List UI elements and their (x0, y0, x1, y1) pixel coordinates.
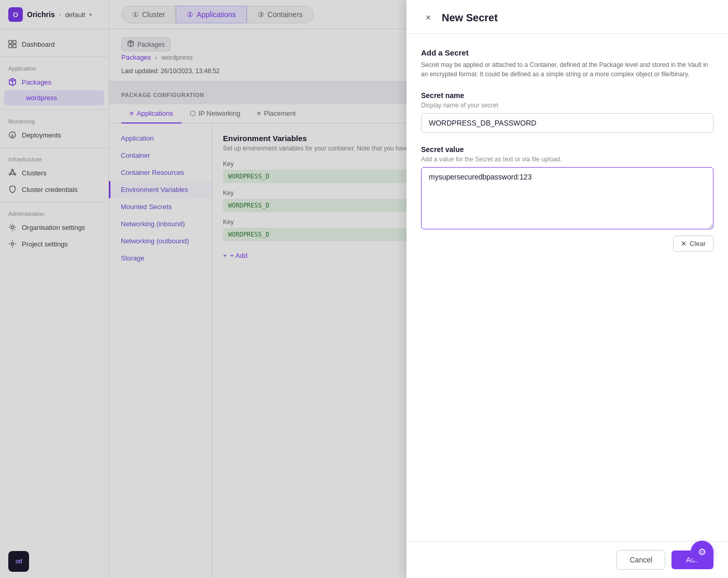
panel-body: Add a Secret Secret may be applied or at… (407, 34, 728, 541)
clear-label: Clear (690, 240, 706, 247)
panel-title: New Secret (442, 12, 498, 24)
secret-name-label: Secret name (421, 91, 713, 100)
secret-value-label: Secret value (421, 145, 713, 154)
add-secret-desc: Secret may be applied or attached to a C… (421, 60, 713, 79)
secret-name-input[interactable] (421, 113, 713, 133)
panel-footer: Cancel Add (407, 541, 728, 578)
secret-name-group: Secret name Display name of your secret (421, 91, 713, 133)
secret-name-hint: Display name of your secret (421, 102, 713, 109)
overlay-spacer (0, 0, 407, 578)
secret-value-textarea[interactable] (421, 167, 713, 229)
clear-button[interactable]: ✕ Clear (673, 236, 713, 252)
panel-header: × New Secret (407, 0, 728, 34)
modal-overlay: × New Secret Add a Secret Secret may be … (0, 0, 728, 578)
cancel-button[interactable]: Cancel (617, 550, 665, 570)
secret-value-hint: Add a value for the Secret as text or vi… (421, 156, 713, 163)
close-button[interactable]: × (421, 10, 436, 25)
secret-value-group: Secret value Add a value for the Secret … (421, 145, 713, 252)
new-secret-panel: × New Secret Add a Secret Secret may be … (407, 0, 728, 578)
add-secret-title: Add a Secret (421, 48, 713, 57)
x-icon: ✕ (681, 240, 687, 247)
help-fab-icon: ⚙ (698, 546, 706, 558)
help-fab[interactable]: ⚙ (691, 541, 713, 563)
